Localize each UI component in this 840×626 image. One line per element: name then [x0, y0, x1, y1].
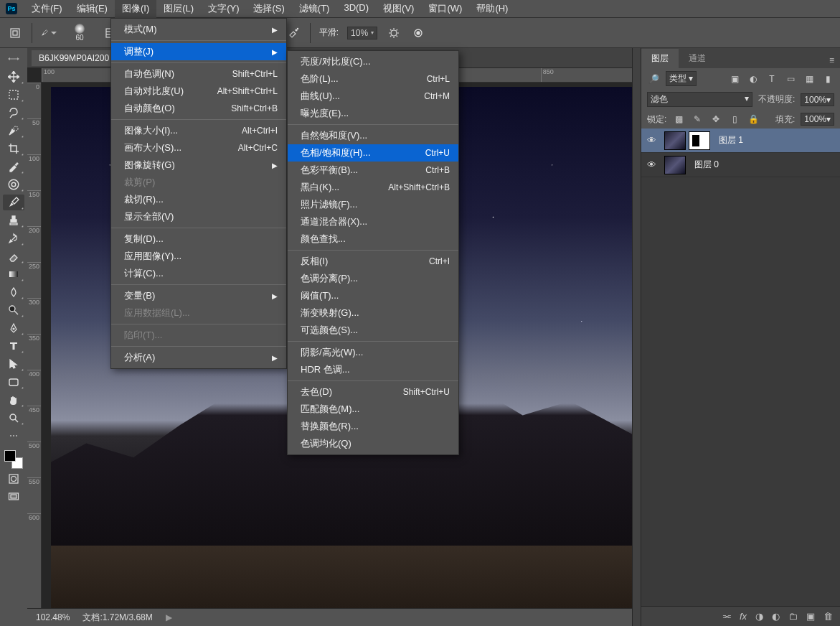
- lock-pos-icon[interactable]: ✥: [709, 114, 722, 124]
- pressure-size-icon[interactable]: [410, 25, 426, 41]
- doc-presets-icon[interactable]: [7, 25, 23, 41]
- path-select-tool-icon[interactable]: [3, 356, 24, 372]
- menu-item[interactable]: 色调均化(Q): [288, 435, 458, 452]
- frame-tool-icon[interactable]: [3, 177, 24, 192]
- filter-toggle-icon[interactable]: ▮: [821, 74, 834, 84]
- foreground-color-swatch[interactable]: [4, 450, 16, 462]
- panel-menu-icon[interactable]: ≡: [824, 52, 840, 68]
- filter-image-icon[interactable]: ▣: [728, 74, 741, 84]
- filter-adjust-icon[interactable]: ◐: [747, 74, 760, 84]
- new-layer-icon[interactable]: ▣: [806, 611, 815, 622]
- menu-item[interactable]: 亮度/对比度(C)...: [288, 53, 458, 70]
- menu-图层[interactable]: 图层(L): [156, 0, 201, 18]
- menu-文件[interactable]: 文件(F): [24, 0, 70, 18]
- menu-item[interactable]: 分析(A)▶: [111, 349, 286, 366]
- menu-item[interactable]: 自动对比度(U)Alt+Shift+Ctrl+L: [111, 83, 286, 100]
- doc-size-readout[interactable]: 文档:1.72M/3.68M: [82, 612, 152, 624]
- menu-item[interactable]: 裁切(R)...: [111, 191, 286, 208]
- menu-3d[interactable]: 3D(D): [336, 0, 376, 18]
- quickmask-icon[interactable]: [3, 471, 24, 487]
- stamp-tool-icon[interactable]: [3, 212, 24, 228]
- type-tool-icon[interactable]: [3, 338, 24, 354]
- lock-paint-icon[interactable]: ✎: [691, 114, 704, 124]
- menu-item[interactable]: 色调分离(P)...: [288, 270, 458, 287]
- visibility-icon[interactable]: 👁: [641, 135, 661, 146]
- menu-item[interactable]: 计算(C)...: [111, 265, 286, 282]
- layer-thumb[interactable]: [664, 156, 686, 174]
- mask-icon[interactable]: ◑: [755, 611, 763, 622]
- toolbox-handle-icon[interactable]: [3, 51, 24, 67]
- menu-item[interactable]: 应用图像(Y)...: [111, 248, 286, 265]
- filter-shape-icon[interactable]: ▭: [784, 74, 797, 84]
- menu-滤镜[interactable]: 滤镜(T): [292, 0, 337, 18]
- menu-窗口[interactable]: 窗口(W): [421, 0, 469, 18]
- menu-item[interactable]: 反相(I)Ctrl+I: [288, 253, 458, 270]
- eyedropper-tool-icon[interactable]: [3, 159, 24, 174]
- menu-item[interactable]: 照片滤镜(F)...: [288, 196, 458, 213]
- zoom-tool-icon[interactable]: [3, 410, 24, 426]
- blend-mode-select[interactable]: 滤色 ▾: [647, 92, 752, 107]
- tool-preset-brush-icon[interactable]: [41, 25, 57, 41]
- menu-item[interactable]: 图像旋转(G)▶: [111, 156, 286, 174]
- menu-编辑[interactable]: 编辑(E): [70, 0, 115, 18]
- menu-图像[interactable]: 图像(I): [115, 0, 156, 18]
- visibility-icon[interactable]: 👁: [641, 159, 661, 170]
- lasso-tool-icon[interactable]: [3, 105, 24, 121]
- filter-type-icon[interactable]: T: [765, 74, 778, 84]
- menu-item[interactable]: 自动色调(N)Shift+Ctrl+L: [111, 65, 286, 83]
- menu-item[interactable]: HDR 色调...: [288, 361, 458, 378]
- menu-选择[interactable]: 选择(S): [246, 0, 291, 18]
- search-icon[interactable]: 🔎: [647, 74, 660, 84]
- brush-preview[interactable]: 60: [65, 24, 94, 42]
- layer-filter-kind[interactable]: 类型 ▾: [666, 71, 697, 86]
- screenmode-icon[interactable]: [3, 489, 24, 505]
- menu-item[interactable]: 图像大小(I)...Alt+Ctrl+I: [111, 122, 286, 139]
- menu-帮助[interactable]: 帮助(H): [469, 0, 515, 18]
- color-swatches[interactable]: [4, 450, 23, 469]
- lock-trans-icon[interactable]: ▩: [672, 114, 685, 124]
- smooth-field[interactable]: 10%▾: [347, 27, 377, 39]
- hand-tool-icon[interactable]: [3, 392, 24, 408]
- menu-item[interactable]: 模式(M)▶: [111, 21, 286, 38]
- lock-all-icon[interactable]: 🔒: [747, 114, 760, 124]
- eraser-tool-icon[interactable]: [3, 248, 24, 264]
- gradient-tool-icon[interactable]: [3, 266, 24, 282]
- menu-item[interactable]: 黑白(K)...Alt+Shift+Ctrl+B: [288, 179, 458, 196]
- menu-item[interactable]: 显示全部(V): [111, 208, 286, 225]
- opacity-input[interactable]: 100%▾: [801, 93, 834, 106]
- layer-name[interactable]: 图层 1: [719, 134, 743, 146]
- menu-视图[interactable]: 视图(V): [376, 0, 421, 18]
- menu-item[interactable]: 自动颜色(O)Shift+Ctrl+B: [111, 100, 286, 117]
- dodge-tool-icon[interactable]: [3, 302, 24, 318]
- adjustment-layer-icon[interactable]: ◐: [772, 611, 780, 622]
- edit-toolbar-icon[interactable]: ⋯: [3, 428, 24, 444]
- menu-item[interactable]: 自然饱和度(V)...: [288, 127, 458, 144]
- menu-item[interactable]: 替换颜色(R)...: [288, 418, 458, 435]
- move-tool-icon[interactable]: [3, 69, 24, 85]
- zoom-readout[interactable]: 102.48%: [36, 612, 70, 622]
- fill-input[interactable]: 100%▾: [801, 113, 834, 126]
- menu-item[interactable]: 通道混合器(X)...: [288, 213, 458, 230]
- group-icon[interactable]: 🗀: [788, 611, 798, 622]
- blur-tool-icon[interactable]: [3, 284, 24, 300]
- fx-icon[interactable]: fx: [740, 611, 747, 622]
- layer-name[interactable]: 图层 0: [694, 159, 719, 171]
- menu-item[interactable]: 画布大小(S)...Alt+Ctrl+C: [111, 139, 286, 156]
- status-menu-icon[interactable]: ▶: [166, 612, 172, 622]
- airbrush-icon[interactable]: [285, 25, 301, 41]
- crop-tool-icon[interactable]: [3, 141, 24, 156]
- menu-item[interactable]: 曲线(U)...Ctrl+M: [288, 88, 458, 105]
- collapsed-panel-strip[interactable]: [632, 48, 641, 626]
- menu-item[interactable]: 变量(B)▶: [111, 287, 286, 304]
- menu-item[interactable]: 阈值(T)...: [288, 287, 458, 304]
- menu-item[interactable]: 渐变映射(G)...: [288, 304, 458, 322]
- brush-tool-icon[interactable]: [3, 195, 24, 210]
- menu-item[interactable]: 曝光度(E)...: [288, 105, 458, 122]
- quick-select-tool-icon[interactable]: [3, 123, 24, 139]
- marquee-tool-icon[interactable]: [3, 87, 24, 103]
- menu-item[interactable]: 阴影/高光(W)...: [288, 344, 458, 361]
- menu-item[interactable]: 去色(D)Shift+Ctrl+U: [288, 383, 458, 401]
- menu-item[interactable]: 色相/饱和度(H)...Ctrl+U: [288, 144, 458, 162]
- layer-thumb[interactable]: [664, 131, 686, 150]
- tab-channels[interactable]: 通道: [679, 49, 716, 68]
